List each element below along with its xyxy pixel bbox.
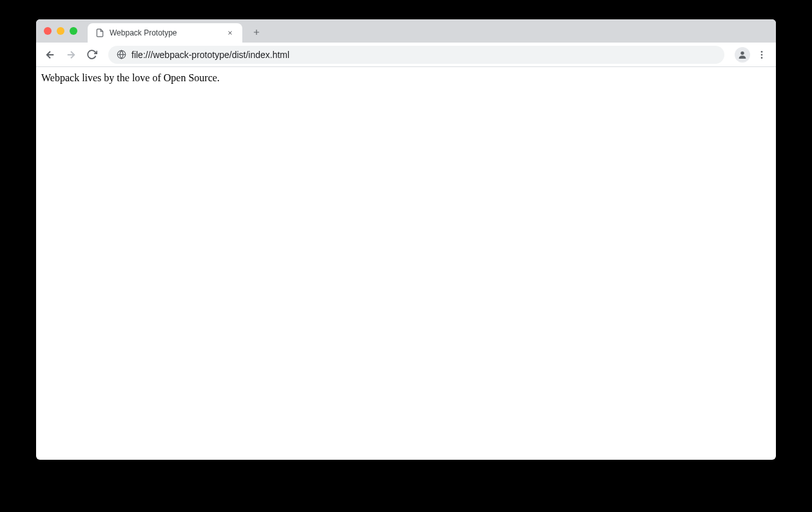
url-text: file:///webpack-prototype/dist/index.htm… [131,50,717,60]
menu-button[interactable] [753,46,771,64]
back-button[interactable] [41,46,59,64]
address-bar[interactable]: file:///webpack-prototype/dist/index.htm… [108,46,724,64]
svg-point-10 [761,54,763,55]
tab-close-icon[interactable] [226,28,235,37]
svg-point-8 [740,51,744,54]
svg-point-11 [761,57,763,59]
svg-point-9 [761,51,763,53]
page-content: Webpack lives by the love of Open Source… [36,67,776,89]
file-icon [95,28,104,37]
profile-avatar[interactable] [735,47,750,63]
toolbar: file:///webpack-prototype/dist/index.htm… [36,43,776,67]
window-minimize-button[interactable] [57,27,64,35]
new-tab-button[interactable] [247,23,266,41]
body-text: Webpack lives by the love of Open Source… [41,72,220,83]
globe-icon [116,50,126,60]
browser-window: Webpack Prototype [36,19,776,460]
browser-tab[interactable]: Webpack Prototype [88,23,242,43]
tab-title: Webpack Prototype [110,28,220,37]
reload-button[interactable] [82,46,101,64]
window-maximize-button[interactable] [70,27,77,35]
tab-bar: Webpack Prototype [36,19,776,43]
window-close-button[interactable] [44,27,52,35]
window-controls [44,27,77,35]
forward-button[interactable] [62,46,80,64]
